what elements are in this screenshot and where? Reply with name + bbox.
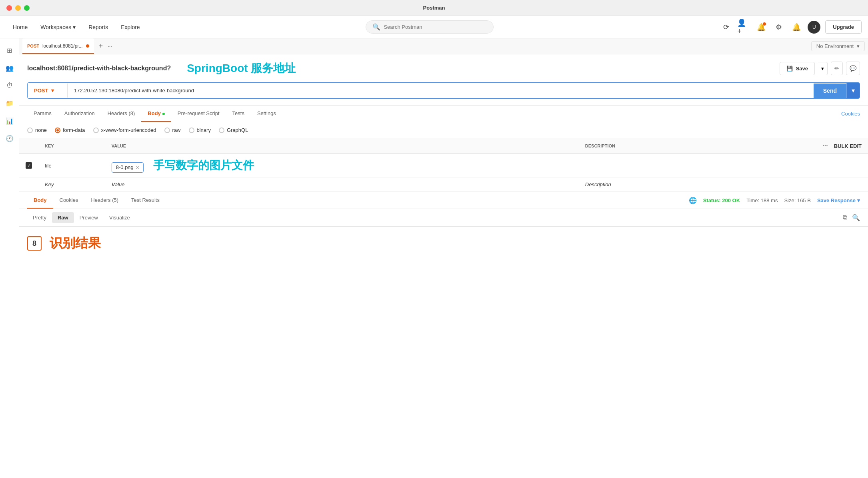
avatar[interactable]: U	[808, 21, 820, 34]
handwritten-label: 手写数字的图片文件	[153, 159, 254, 171]
file-tag-remove[interactable]: ×	[136, 164, 139, 171]
copy-icon[interactable]: ⧉	[843, 214, 847, 221]
tab-pre-request[interactable]: Pre-request Script	[171, 106, 226, 122]
tab-tests[interactable]: Tests	[226, 106, 251, 122]
row-value-cell[interactable]: 8-0.png × 手写数字的图片文件	[105, 154, 579, 177]
tab-body[interactable]: Body	[141, 106, 171, 122]
resp-tab-body[interactable]: Body	[27, 192, 53, 209]
add-user-icon[interactable]: 👤+	[737, 21, 750, 34]
send-button[interactable]: Send	[814, 84, 846, 98]
view-tab-preview[interactable]: Preview	[74, 212, 104, 223]
tab-method: POST	[27, 44, 39, 48]
empty-desc-cell[interactable]: Description	[579, 177, 710, 192]
option-binary[interactable]: binary	[189, 127, 211, 133]
option-none[interactable]: none	[27, 127, 47, 133]
save-response-button[interactable]: Save Response ▾	[817, 197, 860, 203]
menu-explore[interactable]: Explore	[114, 21, 146, 34]
menu-home[interactable]: Home	[6, 21, 34, 34]
body-active-dot	[162, 113, 165, 115]
request-tab[interactable]: POST localhost:8081/pr...	[22, 38, 94, 54]
sidebar-chart-icon[interactable]: 📊	[2, 114, 17, 128]
sidebar: ⊞ 👥 ⏱ 📁 📊 🕐	[0, 38, 19, 478]
option-raw[interactable]: raw	[164, 127, 181, 133]
search-input[interactable]	[384, 24, 487, 30]
view-tab-visualize[interactable]: Visualize	[104, 212, 136, 223]
tab-modified-dot	[86, 44, 89, 48]
more-tabs-icon[interactable]: ···	[108, 43, 112, 49]
empty-key-cell[interactable]: Key	[38, 177, 105, 192]
sidebar-collection-icon[interactable]: 📁	[2, 96, 17, 110]
response-number: 8	[27, 236, 42, 251]
content-area: POST localhost:8081/pr... + ··· No Envir…	[19, 38, 868, 478]
form-table: KEY VALUE DESCRIPTION ··· Bulk Edit ✓	[19, 138, 868, 192]
save-response-arrow-icon: ▾	[857, 197, 860, 203]
resp-tab-test-results[interactable]: Test Results	[125, 192, 166, 209]
sidebar-clock-icon[interactable]: 🕐	[2, 131, 17, 145]
view-tab-pretty[interactable]: Pretty	[27, 212, 52, 223]
resp-tab-cookies[interactable]: Cookies	[53, 192, 85, 209]
bulk-edit-button[interactable]: Bulk Edit	[834, 143, 862, 149]
response-size: Size: 165 B	[784, 197, 811, 203]
menu-reports[interactable]: Reports	[82, 21, 114, 34]
radio-none[interactable]	[27, 127, 33, 133]
send-dropdown-button[interactable]: ▾	[846, 83, 860, 98]
sidebar-team-icon[interactable]: 👥	[2, 61, 17, 75]
url-input[interactable]	[68, 84, 814, 98]
empty-action-cell	[710, 177, 868, 192]
close-button[interactable]	[6, 5, 12, 11]
bell-icon[interactable]: 🔔	[790, 21, 803, 34]
search-response-icon[interactable]: 🔍	[852, 214, 860, 221]
radio-urlencoded[interactable]	[93, 127, 99, 133]
option-form-data[interactable]: form-data	[55, 127, 85, 133]
edit-button[interactable]: ✏	[831, 62, 843, 75]
search-icon: 🔍	[372, 23, 380, 31]
tab-bar: POST localhost:8081/pr... + ··· No Envir…	[19, 38, 868, 54]
resp-tab-headers[interactable]: Headers (5)	[84, 192, 125, 209]
tab-settings[interactable]: Settings	[251, 106, 282, 122]
save-dropdown-button[interactable]: ▾	[818, 62, 828, 75]
table-more-icon[interactable]: ···	[822, 142, 828, 149]
row-desc-cell[interactable]	[579, 154, 710, 177]
radio-binary[interactable]	[189, 127, 194, 133]
globe-icon: 🌐	[689, 197, 697, 204]
table-empty-row: Key Value Description	[19, 177, 868, 192]
save-button[interactable]: 💾 Save	[780, 62, 815, 75]
recognition-label: 识别结果	[50, 235, 101, 252]
search-bar[interactable]: 🔍	[366, 20, 494, 34]
notification-icon[interactable]: 🔔	[755, 21, 768, 34]
radio-graphql[interactable]	[219, 127, 224, 133]
settings-icon[interactable]: ⚙	[772, 21, 785, 34]
option-urlencoded[interactable]: x-www-form-urlencoded	[93, 127, 156, 133]
col-value: VALUE	[105, 138, 579, 154]
row-checkbox[interactable]: ✓	[26, 162, 32, 169]
row-key-cell[interactable]: file	[38, 154, 105, 177]
request-actions: 💾 Save ▾ ✏ 💬	[780, 62, 860, 75]
radio-form-data[interactable]	[55, 127, 60, 133]
cookies-link[interactable]: Cookies	[841, 111, 860, 117]
radio-selected-indicator	[56, 129, 59, 131]
upgrade-button[interactable]: Upgrade	[825, 20, 862, 34]
row-checkbox-cell[interactable]: ✓	[19, 154, 38, 177]
maximize-button[interactable]	[24, 5, 30, 11]
col-key: KEY	[38, 138, 105, 154]
method-selector[interactable]: POST ▾	[28, 84, 68, 98]
option-graphql[interactable]: GraphQL	[219, 127, 248, 133]
tab-params[interactable]: Params	[27, 106, 58, 122]
empty-value-cell[interactable]: Value	[105, 177, 579, 192]
tab-headers[interactable]: Headers (8)	[101, 106, 142, 122]
request-area: localhost:8081/predict-with-black-backgr…	[19, 54, 868, 106]
response-value-row: 8 识别结果	[27, 235, 860, 252]
sync-icon[interactable]: ⟳	[720, 21, 732, 34]
minimize-button[interactable]	[15, 5, 21, 11]
radio-raw[interactable]	[164, 127, 170, 133]
sidebar-home-icon[interactable]: ⊞	[2, 43, 17, 58]
tab-authorization[interactable]: Authorization	[58, 106, 101, 122]
view-tab-raw[interactable]: Raw	[52, 212, 74, 223]
environment-selector[interactable]: No Environment ▾	[811, 41, 865, 51]
method-label: POST	[34, 88, 48, 94]
menu-workspaces[interactable]: Workspaces ▾	[34, 21, 82, 34]
request-tabs-row: Params Authorization Headers (8) Body Pr…	[19, 106, 868, 122]
comment-button[interactable]: 💬	[846, 62, 860, 75]
sidebar-history-icon[interactable]: ⏱	[2, 78, 17, 93]
add-tab-button[interactable]: +	[96, 40, 106, 52]
